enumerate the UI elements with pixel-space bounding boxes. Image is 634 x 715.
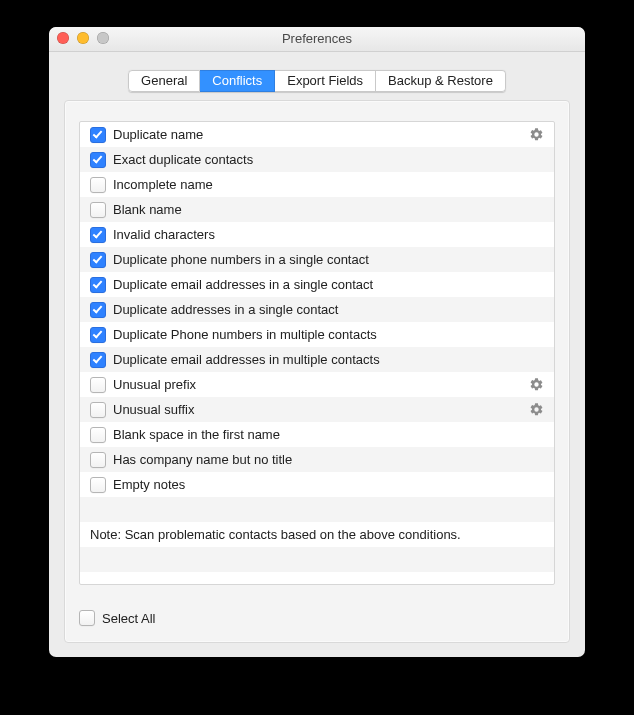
list-item: Invalid characters [80,222,554,247]
item-label: Unusual suffix [113,402,523,417]
item-checkbox[interactable] [90,152,106,168]
item-label: Duplicate email addresses in multiple co… [113,352,544,367]
item-checkbox[interactable] [90,302,106,318]
conflicts-panel: Duplicate nameExact duplicate contactsIn… [64,100,570,643]
gear-icon[interactable] [529,127,544,142]
item-label: Duplicate Phone numbers in multiple cont… [113,327,544,342]
list-item: Unusual suffix [80,397,554,422]
select-all-row: Select All [79,610,155,626]
list-item: Incomplete name [80,172,554,197]
conflicts-list: Duplicate nameExact duplicate contactsIn… [79,121,555,585]
item-checkbox[interactable] [90,252,106,268]
select-all-label: Select All [102,611,155,626]
list-item: Duplicate Phone numbers in multiple cont… [80,322,554,347]
item-checkbox[interactable] [90,352,106,368]
list-item: Duplicate addresses in a single contact [80,297,554,322]
window-controls [57,32,109,44]
item-label: Exact duplicate contacts [113,152,544,167]
item-label: Blank name [113,202,544,217]
item-checkbox[interactable] [90,127,106,143]
gear-icon[interactable] [529,402,544,417]
item-label: Invalid characters [113,227,544,242]
item-checkbox[interactable] [90,452,106,468]
list-item: Duplicate name [80,122,554,147]
minimize-icon[interactable] [77,32,89,44]
item-checkbox[interactable] [90,377,106,393]
item-checkbox[interactable] [90,477,106,493]
item-checkbox[interactable] [90,202,106,218]
item-checkbox[interactable] [90,402,106,418]
item-checkbox[interactable] [90,277,106,293]
list-item: Duplicate phone numbers in a single cont… [80,247,554,272]
item-label: Unusual prefix [113,377,523,392]
list-item-empty [80,547,554,572]
gear-icon[interactable] [529,377,544,392]
list-item: Blank space in the first name [80,422,554,447]
list-item: Exact duplicate contacts [80,147,554,172]
window-title: Preferences [49,30,585,47]
item-checkbox[interactable] [90,327,106,343]
item-checkbox[interactable] [90,177,106,193]
tab-backup-restore[interactable]: Backup & Restore [376,70,506,92]
list-item: Blank name [80,197,554,222]
titlebar: Preferences [49,27,585,52]
item-label: Incomplete name [113,177,544,192]
item-label: Duplicate addresses in a single contact [113,302,544,317]
list-item-empty [80,497,554,522]
item-label: Has company name but no title [113,452,544,467]
zoom-icon [97,32,109,44]
list-item: Empty notes [80,472,554,497]
tab-general[interactable]: General [128,70,200,92]
item-checkbox[interactable] [90,227,106,243]
item-label: Duplicate phone numbers in a single cont… [113,252,544,267]
list-item: Unusual prefix [80,372,554,397]
item-label: Blank space in the first name [113,427,544,442]
item-label: Empty notes [113,477,544,492]
list-item: Duplicate email addresses in multiple co… [80,347,554,372]
list-item: Has company name but no title [80,447,554,472]
close-icon[interactable] [57,32,69,44]
tab-export-fields[interactable]: Export Fields [275,70,376,92]
list-item: Duplicate email addresses in a single co… [80,272,554,297]
note-text: Note: Scan problematic contacts based on… [80,522,554,547]
item-label: Duplicate email addresses in a single co… [113,277,544,292]
item-checkbox[interactable] [90,427,106,443]
tab-conflicts[interactable]: Conflicts [200,70,275,92]
select-all-checkbox[interactable] [79,610,95,626]
item-label: Duplicate name [113,127,523,142]
tab-bar: GeneralConflictsExport FieldsBackup & Re… [49,70,585,92]
preferences-window: Preferences GeneralConflictsExport Field… [49,27,585,657]
